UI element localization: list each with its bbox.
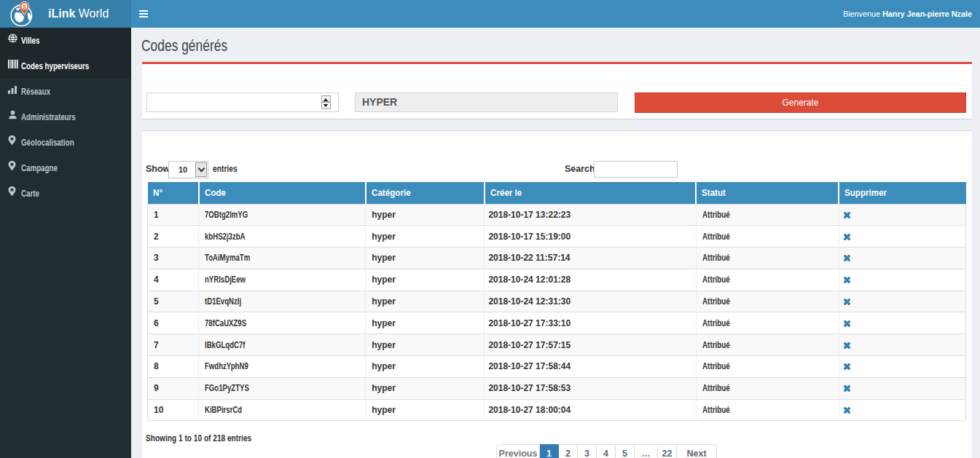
svg-text:S: S [23, 4, 26, 10]
